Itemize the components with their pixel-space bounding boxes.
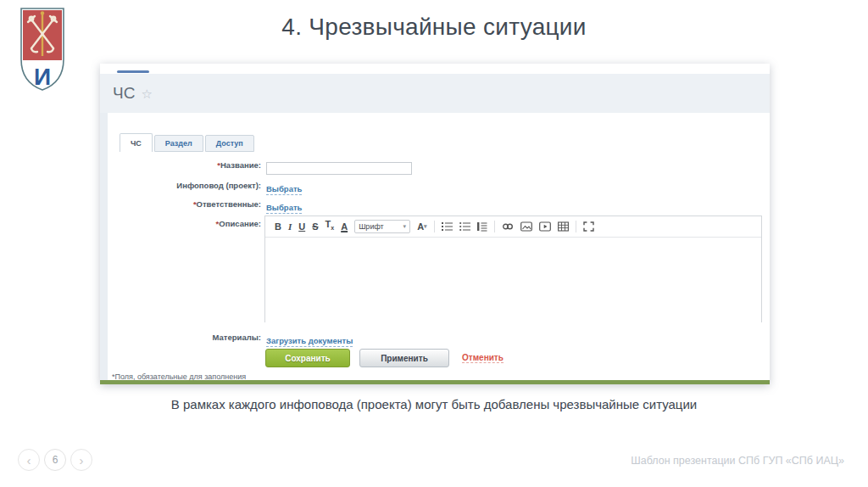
upload-documents-link[interactable]: Загрузить документы <box>266 335 353 347</box>
next-slide-button[interactable]: › <box>70 449 92 471</box>
font-size-dropdown[interactable]: A ▾ <box>417 221 426 232</box>
slide-caption: В рамках каждого инфоповода (проекта) мо… <box>0 397 868 411</box>
description-editor: B I U S Tx A Шрифт ▾ A ▾ <box>264 216 762 322</box>
chevron-right-icon: › <box>80 453 84 467</box>
infopovod-label: Инфоповод (проект): <box>100 180 261 192</box>
font-family-dropdown[interactable]: Шрифт ▾ <box>354 220 410 233</box>
blockquote-icon[interactable] <box>477 221 487 232</box>
responsible-select-link[interactable]: Выбрать <box>266 202 302 214</box>
spb-coat-of-arms-icon: И <box>19 7 66 93</box>
row-infopovod: Инфоповод (проект): Выбрать <box>100 180 770 195</box>
name-label: *Название: <box>100 160 261 171</box>
toolbar-separator <box>434 221 435 232</box>
bottom-green-bar <box>100 380 770 384</box>
save-button[interactable]: Сохранить <box>265 349 350 367</box>
description-label: *Описание: <box>100 218 261 230</box>
template-credit: Шаблон презентации СПб ГУП «СПб ИАЦ» <box>631 455 844 467</box>
row-responsible: *Ответственные: Выбрать <box>100 199 770 214</box>
ordered-list-icon[interactable] <box>442 221 453 232</box>
row-materials: Материалы: Загрузить документы <box>100 332 770 347</box>
page-number-badge: 6 <box>44 449 66 471</box>
tab-dostup[interactable]: Доступ <box>205 135 254 152</box>
prev-slide-button[interactable]: ‹ <box>18 449 40 471</box>
name-input[interactable] <box>266 162 412 175</box>
table-icon[interactable] <box>558 221 569 232</box>
page-title: 4. Чрезвычайные ситуации <box>0 14 868 41</box>
bullet-list-icon[interactable] <box>459 221 470 232</box>
logo-letter: И <box>34 64 51 90</box>
text-color-button[interactable]: A <box>341 217 348 236</box>
remove-format-button[interactable]: Tx <box>326 215 335 238</box>
maximize-icon[interactable] <box>583 221 594 232</box>
active-tab-indicator <box>117 70 149 73</box>
tab-razdel[interactable]: Раздел <box>154 135 203 152</box>
browser-tab-strip <box>100 64 770 74</box>
chevron-down-icon: ▾ <box>403 223 407 230</box>
record-header: ЧС ☆ <box>100 74 770 113</box>
infopovod-select-link[interactable]: Выбрать <box>266 183 302 195</box>
tab-chs[interactable]: ЧС <box>120 133 153 152</box>
cancel-link[interactable]: Отменить <box>462 353 504 363</box>
responsible-label: *Ответственные: <box>100 199 261 210</box>
chevron-left-icon: ‹ <box>27 453 31 467</box>
form-tabs: ЧС Раздел Доступ <box>120 133 256 152</box>
bold-button[interactable]: B <box>275 217 281 236</box>
spb-iac-logo: И <box>19 7 66 93</box>
link-icon[interactable] <box>502 221 514 232</box>
chevron-down-icon: ▾ <box>424 223 427 230</box>
description-textarea[interactable] <box>265 238 761 322</box>
image-icon[interactable] <box>520 221 532 232</box>
video-icon[interactable] <box>539 221 551 232</box>
app-screenshot: ЧС ☆ ЧС Раздел Доступ *Название: Инфопов… <box>100 64 770 384</box>
editor-toolbar: B I U S Tx A Шрифт ▾ A ▾ <box>265 216 761 238</box>
toolbar-separator <box>576 221 576 232</box>
favorite-star-icon[interactable]: ☆ <box>141 87 152 102</box>
underline-button[interactable]: U <box>298 217 305 236</box>
record-title: ЧС <box>113 84 135 103</box>
italic-button[interactable]: I <box>288 217 292 236</box>
row-name: *Название: <box>100 160 770 175</box>
materials-label: Материалы: <box>100 332 261 344</box>
strikethrough-button[interactable]: S <box>312 217 318 236</box>
apply-button[interactable]: Применить <box>359 349 449 367</box>
toolbar-separator <box>494 221 495 232</box>
